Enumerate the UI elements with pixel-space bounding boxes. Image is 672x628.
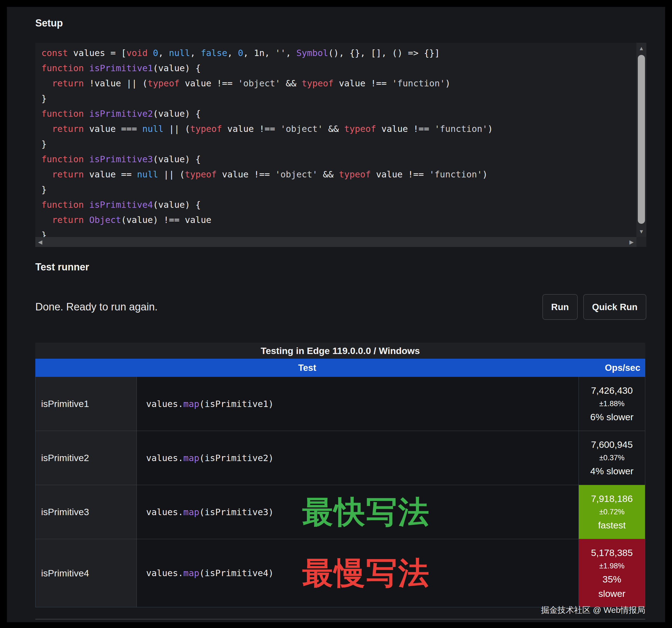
- code-line: return !value || (typeof value !== 'obje…: [41, 76, 637, 91]
- vertical-scrollbar[interactable]: ▲ ▼: [637, 43, 646, 237]
- code-line: const values = [void 0, null, false, 0, …: [41, 46, 637, 61]
- test-snippet: values.map(isPrimitive4): [146, 568, 273, 578]
- ops-cell: 5,178,385±1.98%35%slower: [579, 539, 645, 607]
- code-line: }: [41, 182, 637, 197]
- ops-status: 6% slower: [591, 412, 634, 422]
- ops-cell: 7,918,186±0.72%fastest: [579, 485, 645, 539]
- code-line: }: [41, 228, 637, 237]
- table-header-row: Test Ops/sec: [35, 359, 645, 377]
- table-row: isPrimitive1values.map(isPrimitive1)7,42…: [35, 377, 645, 431]
- test-name-cell: isPrimitive2: [35, 431, 137, 485]
- column-header-ops: Ops/sec: [579, 359, 645, 377]
- table-row: isPrimitive2values.map(isPrimitive2)7,60…: [35, 431, 645, 485]
- column-header-test: Test: [35, 359, 579, 377]
- code-line: return Object(value) !== value: [41, 212, 637, 228]
- ops-margin: ±0.37%: [599, 453, 624, 462]
- ops-value: 7,918,186: [591, 493, 632, 504]
- results-table: Testing in Edge 119.0.0.0 / Windows Test…: [35, 343, 645, 607]
- table-caption: Testing in Edge 119.0.0.0 / Windows: [35, 343, 645, 359]
- horizontal-scrollbar[interactable]: ◀ ▶: [35, 237, 637, 247]
- ops-status: slower: [598, 588, 625, 599]
- quick-run-button[interactable]: Quick Run: [583, 294, 646, 320]
- ops-value: 7,600,945: [591, 439, 632, 450]
- test-snippet-cell: values.map(isPrimitive1): [137, 377, 579, 431]
- code-line: function isPrimitive1(value) {: [41, 61, 637, 76]
- test-snippet: values.map(isPrimitive1): [146, 399, 273, 409]
- watermark: 掘金技术社区 @ Web情报局: [541, 605, 645, 616]
- ops-cell: 7,426,430±1.88%6% slower: [579, 377, 645, 431]
- annotation-text: 最慢写法: [302, 552, 430, 594]
- ops-status: 35%: [602, 574, 621, 585]
- code-line: function isPrimitive3(value) {: [41, 152, 637, 167]
- code-line: return value === null || (typeof value !…: [41, 121, 637, 137]
- test-name-cell: isPrimitive3: [35, 485, 137, 539]
- scroll-right-arrow-icon[interactable]: ▶: [629, 237, 634, 247]
- code-content[interactable]: const values = [void 0, null, false, 0, …: [35, 43, 637, 237]
- table-body: isPrimitive1values.map(isPrimitive1)7,42…: [35, 377, 645, 607]
- ops-value: 5,178,385: [591, 548, 632, 558]
- scrollbar-corner: [637, 237, 646, 247]
- code-line: function isPrimitive2(value) {: [41, 106, 637, 121]
- ops-status: fastest: [598, 520, 626, 531]
- ops-cell: 7,600,945±0.37%4% slower: [579, 431, 645, 485]
- test-name-cell: isPrimitive4: [35, 539, 137, 607]
- code-line: function isPrimitive4(value) {: [41, 197, 637, 212]
- ops-value: 7,426,430: [591, 385, 632, 396]
- setup-code-editor[interactable]: const values = [void 0, null, false, 0, …: [35, 43, 646, 247]
- test-name-cell: isPrimitive1: [35, 377, 137, 431]
- ops-margin: ±1.88%: [599, 399, 624, 408]
- vertical-scroll-thumb[interactable]: [638, 55, 645, 224]
- test-snippet-cell: values.map(isPrimitive4)最慢写法: [137, 539, 579, 607]
- ops-status: 4% slower: [591, 466, 634, 476]
- setup-heading: Setup: [35, 17, 63, 29]
- annotation-text: 最快写法: [302, 491, 430, 533]
- code-line: }: [41, 91, 637, 106]
- scroll-down-arrow-icon[interactable]: ▼: [637, 227, 646, 236]
- code-line: }: [41, 137, 637, 152]
- test-runner-heading: Test runner: [35, 261, 89, 273]
- test-snippet: values.map(isPrimitive2): [146, 453, 273, 463]
- run-button[interactable]: Run: [543, 294, 578, 320]
- ops-margin: ±1.98%: [599, 562, 624, 570]
- runner-status: Done. Ready to run again.: [35, 301, 158, 313]
- test-snippet-cell: values.map(isPrimitive2): [137, 431, 579, 485]
- code-line: return value == null || (typeof value !=…: [41, 167, 637, 182]
- runner-row: Done. Ready to run again. Run Quick Run: [35, 294, 646, 320]
- bottom-divider: [35, 619, 645, 620]
- ops-margin: ±0.72%: [599, 508, 624, 516]
- table-row: isPrimitive4values.map(isPrimitive4)最慢写法…: [35, 539, 645, 607]
- test-snippet-cell: values.map(isPrimitive3)最快写法: [137, 485, 579, 539]
- scroll-left-arrow-icon[interactable]: ◀: [38, 237, 42, 247]
- runner-buttons: Run Quick Run: [543, 294, 646, 320]
- content-panel: Setup const values = [void 0, null, fals…: [7, 7, 665, 622]
- table-row: isPrimitive3values.map(isPrimitive3)最快写法…: [35, 485, 645, 539]
- test-snippet: values.map(isPrimitive3): [146, 507, 273, 517]
- scroll-up-arrow-icon[interactable]: ▲: [637, 43, 646, 53]
